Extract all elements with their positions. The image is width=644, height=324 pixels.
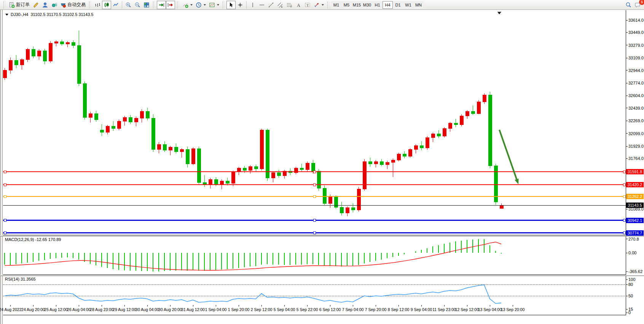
notification-badge[interactable]: 1 (639, 0, 644, 5)
line-anchor[interactable] (313, 171, 316, 173)
tf-button-mn[interactable]: MN (413, 1, 424, 9)
tf-button-w1[interactable]: W1 (403, 1, 413, 9)
navigator-button[interactable] (49, 1, 59, 9)
candlestick-chart-button[interactable] (102, 1, 111, 9)
line-anchor[interactable] (4, 219, 6, 222)
line-anchor[interactable] (4, 195, 6, 198)
new-order-button[interactable]: 新订单 (7, 1, 31, 9)
candle-body (414, 146, 418, 150)
candle-body (94, 113, 98, 120)
autotrade-button[interactable]: 自动交易 (59, 1, 87, 9)
price-chart-pane[interactable] (3, 10, 626, 235)
chart-shift-button[interactable] (166, 1, 175, 9)
date-label: 30 Aug 04:00 (135, 307, 159, 312)
candle-body (249, 167, 252, 171)
arrows-tool-button[interactable] (312, 1, 325, 9)
toolbar-grip[interactable] (223, 2, 225, 8)
candle-body (386, 162, 389, 164)
text-label-icon: T (304, 2, 311, 8)
toolbar-grip[interactable] (89, 2, 91, 8)
date-tick-mark (124, 305, 125, 306)
text-label-button[interactable]: T (303, 1, 312, 9)
axis-tick-mark (626, 196, 628, 196)
line-anchor[interactable] (313, 195, 316, 198)
date-tick-mark (330, 305, 330, 306)
line-anchor[interactable] (4, 184, 6, 186)
crosshair-button[interactable] (236, 1, 245, 9)
toolbar-grip[interactable] (153, 2, 155, 8)
text-button[interactable]: A (294, 1, 303, 9)
candle-body (237, 168, 241, 172)
text-icon: A (295, 2, 301, 8)
candle-body (351, 208, 355, 210)
rsi-label: RSI(14) 31.3565 (5, 277, 36, 281)
fibonacci-button[interactable]: F (285, 1, 294, 9)
templates-button[interactable] (207, 1, 221, 9)
indicators-button[interactable] (181, 1, 194, 9)
line-anchor[interactable] (313, 232, 316, 234)
toolbar-grip[interactable] (327, 2, 329, 8)
date-label: 7 Sep 20:00 (365, 307, 387, 312)
search-button[interactable] (624, 1, 633, 9)
candle-body (72, 43, 75, 46)
axis-tick-mark (626, 20, 628, 21)
date-tick-mark (216, 305, 216, 306)
line-anchor[interactable] (313, 184, 316, 186)
candle-body (483, 95, 486, 102)
line-anchor[interactable] (623, 219, 625, 222)
tf-button-h4[interactable]: H4 (383, 1, 393, 9)
tf-button-h1[interactable]: H1 (372, 1, 383, 9)
candle-body (66, 43, 69, 44)
styler-button[interactable] (31, 1, 40, 9)
line-anchor[interactable] (4, 171, 6, 173)
toolbar-grip[interactable] (177, 2, 179, 8)
data-window-button[interactable] (40, 1, 49, 9)
tf-button-m5[interactable]: M5 (341, 1, 352, 9)
periods-button[interactable] (194, 1, 207, 9)
cursor-button[interactable] (226, 1, 236, 9)
date-tick-mark (147, 305, 148, 306)
axis-tick-mark (626, 70, 628, 70)
tf-button-m15[interactable]: M15 (352, 1, 362, 9)
templates-icon (209, 2, 215, 8)
one-click-trading-icon[interactable] (5, 14, 8, 16)
candle-body (186, 150, 189, 164)
new-order-icon (9, 2, 15, 8)
date-tick-mark (239, 305, 239, 306)
axis-tick-mark (626, 309, 628, 310)
zoom-in-button[interactable] (124, 1, 133, 9)
tf-button-d1[interactable]: D1 (393, 1, 403, 9)
line-anchor[interactable] (313, 219, 316, 222)
channel-button[interactable]: E (276, 1, 285, 9)
line-anchor[interactable] (623, 184, 625, 186)
date-label: 1 Sep 20:00 (228, 307, 250, 312)
price-tick-label: 32439.0 (628, 106, 644, 110)
tf-button-m30[interactable]: M30 (362, 1, 372, 9)
periods-dropdown-arrow (204, 4, 206, 6)
horizontal-line-button[interactable] (257, 1, 266, 9)
vertical-line-button[interactable] (248, 1, 257, 9)
bar-chart-button[interactable] (93, 1, 102, 9)
periods-icon (196, 2, 202, 8)
axis-tick-mark (626, 222, 628, 222)
zoom-out-button[interactable] (133, 1, 142, 9)
tf-button-m1[interactable]: M1 (331, 1, 341, 9)
auto-scroll-button[interactable] (157, 1, 166, 9)
annotation-arrow-head[interactable] (515, 179, 518, 184)
line-anchor[interactable] (623, 195, 625, 198)
toolbar-grip[interactable] (3, 2, 5, 8)
macd-pane[interactable] (3, 236, 626, 275)
tile-windows-button[interactable] (142, 1, 151, 9)
candle-body (89, 113, 92, 117)
candle-body (43, 51, 46, 61)
line-anchor[interactable] (623, 171, 625, 173)
line-anchor[interactable] (4, 232, 6, 234)
date-tick-mark (490, 305, 490, 306)
trendline-button[interactable] (266, 1, 276, 9)
line-anchor[interactable] (623, 232, 625, 234)
date-label: 8 Sep 12:00 (388, 307, 410, 312)
candle-body (306, 163, 309, 170)
candle-body (60, 42, 64, 44)
price-tick-label: 33614.0 (628, 18, 644, 22)
line-chart-button[interactable] (111, 1, 120, 9)
